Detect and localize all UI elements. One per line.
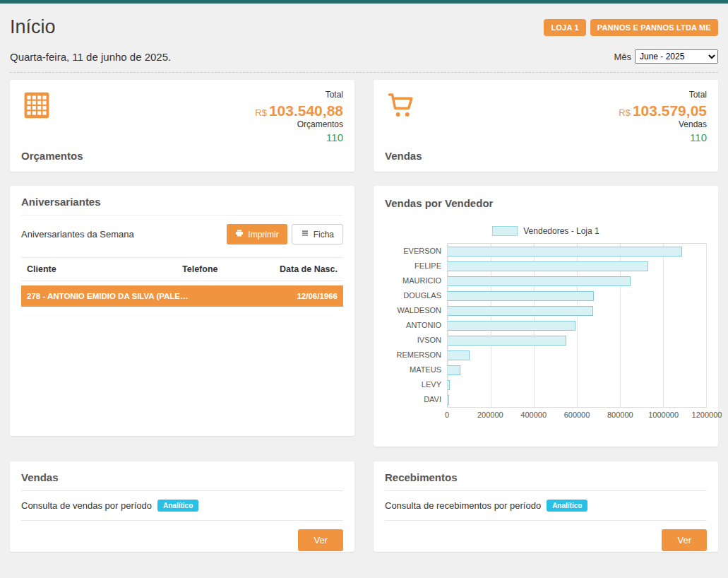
chart-gridline <box>706 244 707 407</box>
total-amount: R$103.540,88 <box>255 102 343 119</box>
current-date: Quarta-feira, 11 de junho de 2025. <box>10 51 171 63</box>
calculator-icon <box>21 90 83 124</box>
column-telefone: Telefone <box>182 264 263 274</box>
chart-bar-row <box>448 288 706 303</box>
cart-icon <box>385 90 422 122</box>
ficha-button[interactable]: Ficha <box>292 224 343 244</box>
chart-bar <box>448 247 682 256</box>
print-button-label: Imprimir <box>248 230 278 240</box>
column-cliente: Cliente <box>27 264 182 274</box>
birthdays-card: Aniversariantes Aniversariantes da Seman… <box>10 186 354 436</box>
chart-category-label: WALDESON <box>385 302 447 317</box>
orcamentos-stat-card: Orçamentos Total R$103.540,88 Orçamentos… <box>10 80 354 172</box>
legend-label: Vendedores - Loja 1 <box>523 226 599 236</box>
chart-xtick-label: 1200000 <box>692 411 722 419</box>
chart-bar <box>448 350 470 360</box>
chart-category-label: EVERSON <box>385 243 447 258</box>
vendas-card-title: Vendas <box>21 471 343 483</box>
chart-bar <box>448 380 450 390</box>
chart-bar <box>448 306 593 316</box>
analitico-badge: Analítico <box>547 500 587 512</box>
chart-category-label: FELIPE <box>385 258 447 273</box>
chart-xtick-label: 200000 <box>477 411 503 419</box>
table-row[interactable]: 278 - ANTONIO EMIDIO DA SILVA (PALE… 12/… <box>21 285 343 307</box>
print-button[interactable]: Imprimir <box>227 224 287 244</box>
chart-category-label: IVSON <box>385 332 447 347</box>
chart-bar-row <box>448 303 706 318</box>
chart-category-label: MATEUS <box>385 362 447 377</box>
page: Início LOJA 1 PANNOS E PANNOS LTDA ME Qu… <box>0 4 728 552</box>
stat-label: Vendas <box>385 150 422 162</box>
count-value: 110 <box>255 131 343 143</box>
vendas-stat-card: Vendas Total R$103.579,05 Vendas 110 <box>374 80 718 172</box>
chart-bar-row <box>448 377 706 392</box>
chart-bar-row <box>448 318 706 333</box>
total-label: Total <box>255 90 343 100</box>
vendas-card-body: Consulta de vendas por período <box>21 500 152 511</box>
list-icon <box>301 229 309 240</box>
total-value: 103.579,05 <box>633 102 707 119</box>
chart-category-label: ANTONIO <box>385 317 447 332</box>
chart-xtick-label: 1000000 <box>648 411 679 419</box>
count-label: Orçamentos <box>255 119 343 129</box>
chart-bar <box>448 321 575 331</box>
chart-bar <box>448 395 449 405</box>
company-badge[interactable]: PANNOS E PANNOS LTDA ME <box>590 19 718 36</box>
count-label: Vendas <box>619 119 707 129</box>
chart-xtick-label: 600000 <box>564 411 590 419</box>
total-value: 103.540,88 <box>269 102 343 119</box>
legend-swatch <box>492 226 518 236</box>
chart-bar <box>448 336 566 346</box>
chart-bar-row <box>448 244 706 259</box>
chart-xtick-label: 0 <box>445 411 449 419</box>
chart-xticks: 020000040000060000080000010000001200000 <box>447 411 707 422</box>
recebimentos-card-body: Consulta de recebimentos por período <box>385 500 541 511</box>
chart-category-label: REMERSON <box>385 347 447 362</box>
chart-bar <box>448 291 594 301</box>
total-label: Total <box>619 90 707 100</box>
chart-category-label: DAVI <box>385 391 447 406</box>
chart-legend: Vendedores - Loja 1 <box>385 226 707 236</box>
printer-icon <box>235 229 244 240</box>
analitico-badge: Analítico <box>157 500 198 512</box>
chart-xtick-label: 800000 <box>607 411 633 419</box>
page-title: Início <box>10 16 56 38</box>
chart-bar-row <box>448 362 706 377</box>
chart-category-label: LEVY <box>385 377 447 391</box>
chart-title: Vendas por Vendedor <box>385 197 707 209</box>
chart-bar-row <box>448 348 706 362</box>
chart-bar-row <box>448 333 706 348</box>
chart-bar-row <box>448 392 706 407</box>
month-label: Mês <box>614 52 631 62</box>
recebimentos-card: Recebimentos Consulta de recebimentos po… <box>374 461 718 552</box>
month-select[interactable]: June - 2025 <box>635 49 718 64</box>
birthdays-table-header: Cliente Telefone Data de Nasc. <box>21 257 343 281</box>
vendas-card: Vendas Consulta de vendas por período An… <box>10 461 354 552</box>
total-amount: R$103.579,05 <box>619 102 707 119</box>
ver-recebimentos-button[interactable]: Ver <box>662 529 707 551</box>
chart-bar <box>448 276 631 286</box>
ver-vendas-button[interactable]: Ver <box>298 529 343 551</box>
row-cliente: 278 - ANTONIO EMIDIO DA SILVA (PALE… <box>27 292 189 300</box>
chart-xtick-label: 400000 <box>520 411 547 419</box>
bar-chart: EVERSONFELIPEMAURICIODOUGLASWALDESONANTO… <box>385 243 707 408</box>
currency-symbol: R$ <box>619 107 631 118</box>
header-badges: LOJA 1 PANNOS E PANNOS LTDA ME <box>544 19 718 36</box>
count-value: 110 <box>619 131 707 143</box>
chart-plot <box>447 243 707 408</box>
row-data-nasc: 12/06/1966 <box>297 292 338 300</box>
birthdays-subtitle: Aniversariantes da Semana <box>21 229 134 240</box>
column-data-nasc: Data de Nasc. <box>263 264 338 274</box>
chart-bar <box>448 261 648 271</box>
recebimentos-card-title: Recebimentos <box>385 471 707 483</box>
chart-bar-row <box>448 273 706 288</box>
store-badge[interactable]: LOJA 1 <box>544 19 585 36</box>
ficha-button-label: Ficha <box>314 230 334 240</box>
chart-bar <box>448 365 460 375</box>
sales-by-seller-card: Vendas por Vendedor Vendedores - Loja 1 … <box>374 186 718 447</box>
chart-category-label: DOUGLAS <box>385 288 447 302</box>
chart-labels: EVERSONFELIPEMAURICIODOUGLASWALDESONANTO… <box>385 243 447 408</box>
chart-bar-row <box>448 259 706 273</box>
currency-symbol: R$ <box>255 107 267 118</box>
chart-category-label: MAURICIO <box>385 273 447 288</box>
